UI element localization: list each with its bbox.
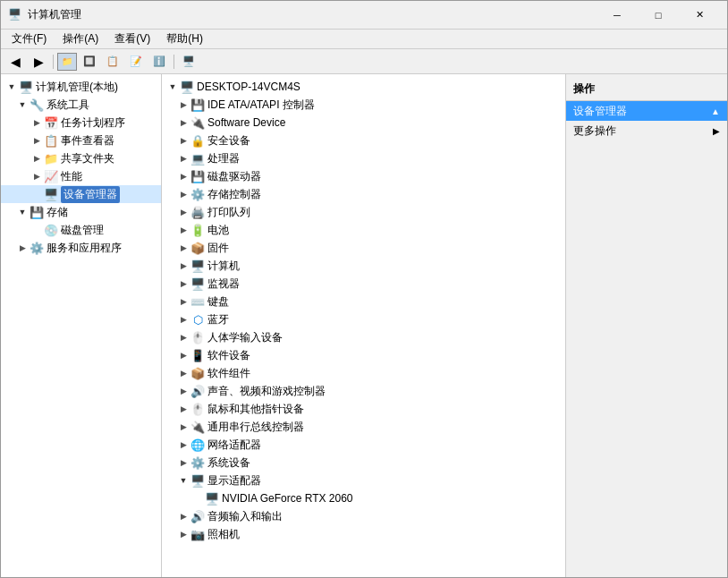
arrow-event-viewer: ▶: [30, 133, 44, 148]
tree-item-storage[interactable]: ▼ 💾 存储: [1, 203, 161, 221]
icon-print-queue: 🖨️: [190, 205, 205, 219]
tree-item-keyboard[interactable]: ▶ ⌨️ 键盘: [162, 293, 565, 310]
menu-file[interactable]: 文件(F): [4, 30, 54, 48]
tree-item-root[interactable]: ▼ 🖥️ 计算机管理(本地): [1, 78, 161, 96]
tree-item-services[interactable]: ▶ ⚙️ 服务和应用程序: [1, 239, 161, 257]
tree-item-performance[interactable]: ▶ 📈 性能: [1, 167, 161, 185]
arrow-system-tools: ▼: [15, 98, 30, 112]
icon-sys-device: ⚙️: [190, 455, 205, 470]
tree-item-disk-drive[interactable]: ▶ 💾 磁盘驱动器: [162, 167, 565, 185]
arrow-root: ▼: [4, 80, 19, 94]
tree-item-system-tools[interactable]: ▼ 🔧 系统工具: [1, 96, 161, 114]
label-keyboard: 键盘: [207, 294, 229, 310]
icon-computer: 🖥️: [190, 259, 205, 273]
icon-disk-management: 💿: [44, 223, 58, 237]
icon-performance: 📈: [44, 169, 58, 183]
tree-item-device-manager[interactable]: ▶ 🖥️ 设备管理器: [1, 185, 161, 203]
arrow-network: ▶: [176, 438, 190, 452]
menu-action[interactable]: 操作(A): [55, 30, 106, 48]
maximize-button[interactable]: □: [638, 1, 679, 30]
icon-keyboard: ⌨️: [190, 294, 205, 309]
tree-item-sys-device[interactable]: ▶ ⚙️ 系统设备: [162, 454, 565, 472]
icon-storage: 💾: [30, 205, 44, 219]
tree-item-firmware[interactable]: ▶ 📦 固件: [162, 239, 565, 257]
arrow-camera: ▶: [176, 527, 190, 541]
tree-item-print-queue[interactable]: ▶ 🖨️ 打印队列: [162, 203, 565, 221]
toolbar-btn-6[interactable]: 🖥️: [178, 52, 199, 72]
title-bar-left: 🖥️ 计算机管理: [8, 7, 81, 22]
tree-item-software-dev[interactable]: ▶ 📱 软件设备: [162, 346, 565, 364]
label-event-viewer: 事件查看器: [61, 133, 114, 149]
arrow-task-scheduler: ▶: [30, 115, 44, 130]
label-security: 安全设备: [207, 133, 250, 149]
tree-item-network[interactable]: ▶ 🌐 网络适配器: [162, 436, 565, 454]
label-nvidia: NVIDIA GeForce RTX 2060: [222, 492, 353, 505]
title-bar-controls: ─ □ ✕: [597, 1, 720, 30]
arrow-software-comp: ▶: [176, 366, 190, 380]
tree-item-audio-io[interactable]: ▶ 🔊 音频输入和输出: [162, 507, 565, 525]
tree-item-disk-management[interactable]: ▶ 💿 磁盘管理: [1, 221, 161, 239]
tree-item-software-comp[interactable]: ▶ 📦 软件组件: [162, 364, 565, 382]
arrow-security: ▶: [176, 133, 190, 148]
arrow-audio-io: ▶: [176, 509, 190, 523]
label-processor: 处理器: [207, 151, 240, 166]
arrow-monitor: ▶: [176, 276, 190, 291]
arrow-storage-ctrl: ▶: [176, 187, 190, 201]
toolbar-btn-5[interactable]: ℹ️: [148, 52, 170, 72]
close-button[interactable]: ✕: [679, 1, 720, 30]
icon-storage-ctrl: ⚙️: [190, 187, 205, 201]
tree-item-hid[interactable]: ▶ 🖱️ 人体学输入设备: [162, 328, 565, 346]
icon-system-tools: 🔧: [30, 98, 44, 112]
right-panel: 操作 设备管理器 ▲ 更多操作 ▶: [566, 74, 727, 577]
tree-item-bluetooth[interactable]: ▶ ⬡ 蓝牙: [162, 310, 565, 328]
middle-panel: ▼ 🖥️ DESKTOP-14VCM4S ▶ 💾 IDE ATA/ATAPI 控…: [162, 74, 566, 577]
label-task-scheduler: 任务计划程序: [61, 115, 125, 131]
toolbar-btn-2[interactable]: 🔲: [79, 52, 100, 72]
toolbar-btn-3[interactable]: 📋: [102, 52, 123, 72]
tree-item-security[interactable]: ▶ 🔒 安全设备: [162, 132, 565, 149]
main-window: 🖥️ 计算机管理 ─ □ ✕ 文件(F) 操作(A) 查看(V) 帮助(H) ◀…: [0, 0, 728, 578]
menu-view[interactable]: 查看(V): [107, 30, 157, 48]
action-label-device-manager: 设备管理器: [573, 104, 627, 119]
tree-item-processor[interactable]: ▶ 💻 处理器: [162, 149, 565, 167]
arrow-usb: ▶: [176, 420, 190, 434]
back-button[interactable]: ◀: [4, 52, 26, 72]
label-storage-ctrl: 存储控制器: [207, 187, 261, 202]
icon-software-device: 🔌: [190, 115, 205, 130]
action-item-more-actions[interactable]: 更多操作 ▶: [566, 121, 727, 140]
arrow-print-queue: ▶: [176, 205, 190, 219]
left-panel: ▼ 🖥️ 计算机管理(本地) ▼ 🔧 系统工具 ▶ 📅 任务计划程序 ▶ 📋 事…: [1, 74, 162, 577]
tree-item-audio[interactable]: ▶ 🔊 声音、视频和游戏控制器: [162, 382, 565, 400]
tree-item-ide[interactable]: ▶ 💾 IDE ATA/ATAPI 控制器: [162, 96, 565, 114]
tree-item-storage-ctrl[interactable]: ▶ ⚙️ 存储控制器: [162, 185, 565, 203]
toolbar-separator: [53, 55, 54, 69]
tree-item-nvidia[interactable]: ▶ 🖥️ NVIDIA GeForce RTX 2060: [162, 489, 565, 507]
tree-item-camera[interactable]: ▶ 📷 照相机: [162, 525, 565, 543]
tree-item-shared-folders[interactable]: ▶ 📁 共享文件夹: [1, 149, 161, 167]
tree-item-event-viewer[interactable]: ▶ 📋 事件查看器: [1, 132, 161, 149]
tree-item-computer-root[interactable]: ▼ 🖥️ DESKTOP-14VCM4S: [162, 78, 565, 96]
arrow-software-dev: ▶: [176, 348, 190, 362]
arrow-device-manager: ▶: [30, 187, 44, 201]
minimize-button[interactable]: ─: [597, 1, 638, 30]
icon-software-comp: 📦: [190, 366, 205, 380]
tree-item-task-scheduler[interactable]: ▶ 📅 任务计划程序: [1, 114, 161, 132]
tree-item-display[interactable]: ▼ 🖥️ 显示适配器: [162, 472, 565, 489]
toolbar-btn-4[interactable]: 📝: [125, 52, 147, 72]
forward-button[interactable]: ▶: [28, 52, 49, 72]
tree-item-monitor[interactable]: ▶ 🖥️ 监视器: [162, 275, 565, 293]
tree-item-mouse[interactable]: ▶ 🖱️ 鼠标和其他指针设备: [162, 400, 565, 418]
icon-camera: 📷: [190, 527, 205, 541]
tree-item-computer[interactable]: ▶ 🖥️ 计算机: [162, 257, 565, 275]
icon-processor: 💻: [190, 151, 205, 166]
toolbar-btn-1[interactable]: 📁: [57, 53, 77, 71]
label-performance: 性能: [61, 169, 82, 184]
menu-help[interactable]: 帮助(H): [159, 30, 210, 48]
arrow-firmware: ▶: [176, 241, 190, 255]
window-title: 计算机管理: [28, 7, 81, 22]
tree-item-usb[interactable]: ▶ 🔌 通用串行总线控制器: [162, 418, 565, 436]
action-panel-header: 操作: [566, 78, 727, 101]
action-item-device-manager[interactable]: 设备管理器 ▲: [566, 101, 727, 121]
tree-item-battery[interactable]: ▶ 🔋 电池: [162, 221, 565, 239]
tree-item-software-device[interactable]: ▶ 🔌 Software Device: [162, 114, 565, 132]
